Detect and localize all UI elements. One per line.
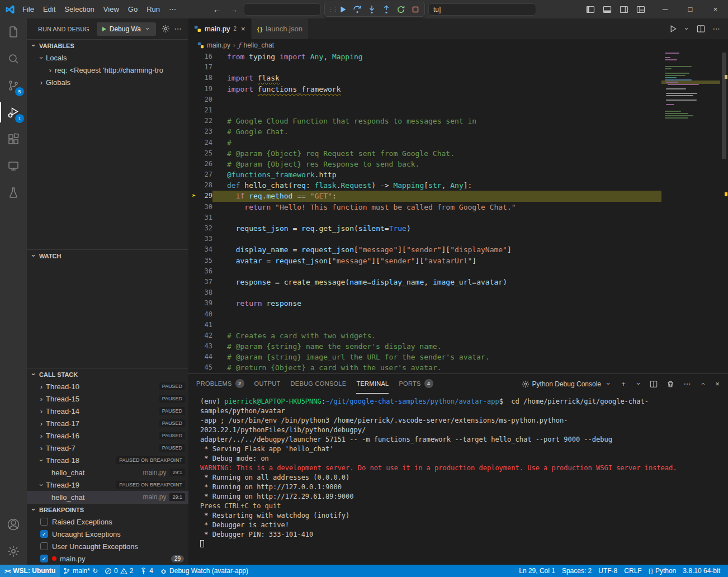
code-line-34[interactable]: 34 display_name = request_json["message"… <box>188 244 661 255</box>
code-line-29[interactable]: ➤29 if req.method == "GET": <box>188 191 661 201</box>
debug-config-select[interactable]: Debug Wa › <box>97 22 156 36</box>
line-content[interactable] <box>212 234 661 244</box>
line-number[interactable]: 23 <box>188 126 212 137</box>
breadcrumb-file[interactable]: main.py <box>207 41 230 49</box>
breakpoint-row[interactable]: ✓Uncaught Exceptions <box>27 528 188 540</box>
code-line-18[interactable]: 18import flask <box>188 73 661 83</box>
run-python-file-button[interactable] <box>666 23 679 35</box>
account-icon[interactable] <box>0 511 27 538</box>
debug-stop-button[interactable] <box>409 3 422 16</box>
code-line-35[interactable]: 35 avatar = request_json["message"]["sen… <box>188 256 661 266</box>
line-number[interactable]: 37 <box>188 277 212 287</box>
code-line-43[interactable]: 43# @param {string} name the sender's di… <box>188 341 661 352</box>
nav-back-icon[interactable]: ← <box>210 4 224 14</box>
toolbar-drag-handle[interactable]: ⋮⋮ <box>327 6 335 13</box>
line-number[interactable]: 38 <box>188 287 212 298</box>
code-line-16[interactable]: 16from typing import Any, Mapping <box>188 51 661 62</box>
command-center-title[interactable]: tu] <box>428 3 536 16</box>
code-line-26[interactable]: 26# @param {Object} res Response to send… <box>188 159 661 169</box>
code-line-24[interactable]: 24# <box>188 138 661 148</box>
activity-extensions-icon[interactable] <box>0 126 27 153</box>
line-number[interactable]: 32 <box>188 223 212 234</box>
variables-section-header[interactable]: › VARIABLES <box>27 39 188 51</box>
breakpoint-checkbox[interactable]: ✓ <box>40 530 48 538</box>
code-line-39[interactable]: 39 return response <box>188 298 661 309</box>
line-number[interactable]: 16 <box>188 51 212 62</box>
code-line-44[interactable]: 44# @param {string} image_url the URL fo… <box>188 352 661 362</box>
debug-step-over-button[interactable] <box>351 3 364 16</box>
line-content[interactable]: import functions_framework <box>212 84 661 94</box>
activity-testing-icon[interactable] <box>0 179 27 206</box>
variables-row[interactable]: ›Globals <box>27 76 188 88</box>
line-content[interactable]: def hello_chat(req: flask.Request) -> Ma… <box>212 180 661 191</box>
breakpoint-checkbox[interactable]: ✓ <box>40 555 48 562</box>
remote-indicator[interactable]: >< WSL: Ubuntu <box>0 565 60 577</box>
new-terminal-icon[interactable]: + <box>617 378 630 390</box>
line-content[interactable]: # @return {Object} a card with the user'… <box>212 362 661 373</box>
line-number[interactable]: 40 <box>188 309 212 320</box>
panel-tab-output[interactable]: OUTPUT <box>254 374 281 394</box>
line-number[interactable]: 42 <box>188 330 212 341</box>
editor-scrollbar[interactable] <box>720 51 728 373</box>
line-content[interactable]: # @param {string} name the sender's disp… <box>212 341 661 352</box>
line-content[interactable] <box>212 266 661 277</box>
panel-more-actions-icon[interactable]: ⋯ <box>681 378 693 390</box>
line-content[interactable] <box>212 309 661 320</box>
call-stack-section-header[interactable]: › CALL STACK <box>27 368 188 380</box>
callstack-thread-row[interactable]: ›Thread-14PAUSED <box>27 405 188 417</box>
toggle-panel-icon[interactable] <box>600 2 614 17</box>
breakpoint-checkbox[interactable] <box>40 518 48 526</box>
line-number[interactable]: 22 <box>188 116 212 126</box>
menu-item-go[interactable]: Go <box>124 3 142 16</box>
menu-item-run[interactable]: Run <box>142 3 164 16</box>
line-content[interactable]: return "Hello! This function must be cal… <box>212 202 661 212</box>
line-content[interactable]: # @param {Object} req Request sent from … <box>212 148 661 159</box>
breakpoint-checkbox[interactable] <box>40 542 48 550</box>
language-mode-item[interactable]: { } Python <box>645 565 680 577</box>
line-content[interactable]: @functions_framework.http <box>212 169 661 180</box>
line-content[interactable] <box>212 212 661 223</box>
line-content[interactable]: # Creates a card with two widgets. <box>212 330 661 341</box>
line-content[interactable]: # Google Cloud Function that responds to… <box>212 116 661 126</box>
debug-step-out-button[interactable] <box>380 3 393 16</box>
panel-tab-ports[interactable]: PORTS4 <box>399 374 433 394</box>
debug-settings-gear-icon[interactable] <box>159 23 172 35</box>
line-number[interactable]: 30 <box>188 202 212 212</box>
code-line-30[interactable]: 30 return "Hello! This function must be … <box>188 202 661 212</box>
line-number[interactable]: 19 <box>188 84 212 94</box>
code-line-37[interactable]: 37 response = create_message(name=displa… <box>188 277 661 287</box>
line-content[interactable]: if req.method == "GET": <box>212 191 661 201</box>
close-window-button[interactable]: × <box>703 0 728 18</box>
line-number[interactable]: 26 <box>188 159 212 169</box>
code-line-28[interactable]: 28def hello_chat(req: flask.Request) -> … <box>188 180 661 191</box>
launch-profile-chevron-icon[interactable]: › <box>635 380 642 389</box>
code-line-21[interactable]: 21 <box>188 105 661 116</box>
indentation-item[interactable]: Spaces: 2 <box>559 565 595 577</box>
code-line-25[interactable]: 25# @param {Object} req Request sent fro… <box>188 148 661 159</box>
line-number[interactable]: 17 <box>188 62 212 73</box>
activity-source-control-icon[interactable]: 5 <box>0 72 27 99</box>
callstack-thread-row[interactable]: ›Thread-16PAUSED <box>27 429 188 442</box>
code-line-20[interactable]: 20 <box>188 94 661 105</box>
debug-session-item[interactable]: Debug Watch (avatar-app) <box>157 565 252 577</box>
callstack-frame-row[interactable]: hello_chatmain.py29:1 <box>27 491 188 503</box>
maximize-button[interactable]: □ <box>678 0 703 18</box>
code-line-42[interactable]: 42# Creates a card with two widgets. <box>188 330 661 341</box>
breakpoints-section-header[interactable]: › BREAKPOINTS <box>27 503 188 515</box>
callstack-frame-row[interactable]: hello_chatmain.py29:1 <box>27 466 188 479</box>
line-content[interactable]: # @param {Object} res Response to send b… <box>212 159 661 169</box>
line-number[interactable]: 36 <box>188 266 212 277</box>
maximize-panel-chevron-icon[interactable]: › <box>699 380 706 389</box>
start-debug-icon[interactable] <box>101 26 107 32</box>
command-center-search[interactable] <box>244 3 321 16</box>
line-content[interactable]: from typing import Any, Mapping <box>212 51 661 62</box>
kill-terminal-trash-icon[interactable] <box>664 378 677 390</box>
callstack-thread-row[interactable]: ›Thread-18PAUSED ON BREAKPOINT <box>27 454 188 466</box>
encoding-item[interactable]: UTF-8 <box>595 565 621 577</box>
editor-tab-launch-json[interactable]: { }launch.json <box>252 18 309 39</box>
close-panel-icon[interactable]: × <box>711 378 724 390</box>
line-content[interactable]: response = create_message(name=display_n… <box>212 277 661 287</box>
panel-tab-problems[interactable]: PROBLEMS2 <box>196 374 244 394</box>
forwarded-ports-item[interactable]: 4 <box>136 565 157 577</box>
code-line-40[interactable]: 40 <box>188 309 661 320</box>
